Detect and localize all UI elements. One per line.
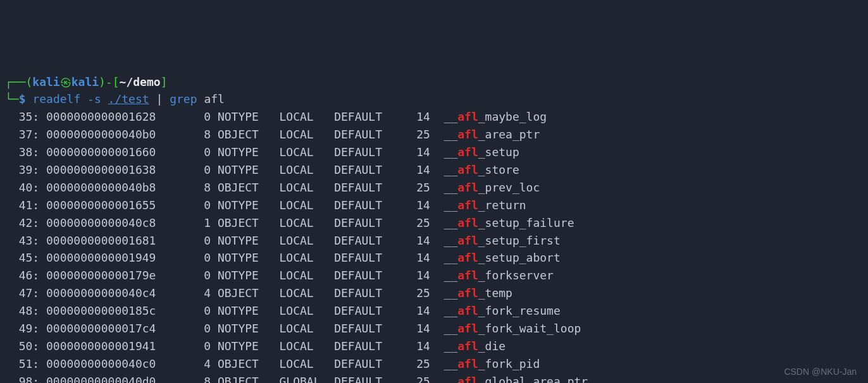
col-type: OBJECT bbox=[218, 179, 273, 197]
col-ndx: 25 bbox=[396, 355, 430, 373]
col-vis: DEFAULT bbox=[334, 232, 396, 250]
sym-suffix: _global_area_ptr bbox=[478, 375, 588, 383]
col-num: 37: bbox=[5, 126, 39, 143]
sym-suffix: _fork_resume bbox=[478, 304, 561, 317]
sym-suffix: _setup bbox=[478, 145, 519, 159]
col-addr: 00000000000040c4 bbox=[46, 284, 170, 302]
col-type: OBJECT bbox=[218, 126, 273, 143]
col-addr: 00000000000040d0 bbox=[46, 373, 170, 383]
col-bind: LOCAL bbox=[279, 232, 334, 250]
col-addr: 00000000000017c4 bbox=[46, 320, 170, 337]
col-ndx: 25 bbox=[396, 214, 430, 232]
sym-suffix: _setup_abort bbox=[478, 251, 561, 264]
col-bind: LOCAL bbox=[279, 249, 334, 267]
col-ndx: 14 bbox=[396, 108, 430, 126]
cmd-readelf: readelf bbox=[32, 92, 80, 106]
sym-suffix: _fork_wait_loop bbox=[478, 322, 581, 335]
col-num: 42: bbox=[5, 214, 39, 232]
col-bind: LOCAL bbox=[279, 214, 334, 232]
col-num: 51: bbox=[5, 355, 39, 373]
col-type: OBJECT bbox=[218, 284, 273, 302]
col-addr: 00000000000040c0 bbox=[46, 355, 170, 373]
grep-match: afl bbox=[457, 304, 478, 317]
sym-prefix: __ bbox=[444, 128, 458, 141]
grep-match: afl bbox=[457, 145, 478, 159]
col-size: 0 bbox=[170, 143, 211, 161]
watermark: CSDN @NKU-Jan bbox=[784, 365, 857, 379]
output-row: 49: 00000000000017c40 NOTYPE LOCALDEFAUL… bbox=[5, 320, 863, 337]
col-bind: LOCAL bbox=[279, 179, 334, 197]
prompt-rparen: )-[ bbox=[99, 75, 120, 88]
col-size: 0 bbox=[170, 108, 211, 126]
col-addr: 0000000000001660 bbox=[46, 143, 170, 161]
grep-match: afl bbox=[457, 251, 478, 264]
output-row: 48: 000000000000185c0 NOTYPE LOCALDEFAUL… bbox=[5, 302, 863, 320]
col-num: 43: bbox=[5, 232, 39, 250]
col-vis: DEFAULT bbox=[334, 302, 396, 320]
col-bind: LOCAL bbox=[279, 267, 334, 284]
col-ndx: 14 bbox=[396, 267, 430, 284]
col-addr: 00000000000040b0 bbox=[46, 126, 170, 143]
col-type: OBJECT bbox=[218, 355, 273, 373]
prompt-tilde: ~ bbox=[120, 75, 127, 88]
col-size: 1 bbox=[170, 214, 211, 232]
sym-prefix: __ bbox=[444, 322, 458, 335]
sym-prefix: __ bbox=[444, 181, 458, 194]
sym-prefix: __ bbox=[444, 286, 458, 300]
sym-suffix: _return bbox=[478, 198, 526, 212]
col-vis: DEFAULT bbox=[334, 126, 396, 143]
col-type: NOTYPE bbox=[218, 143, 273, 161]
output-row: 51: 00000000000040c04 OBJECT LOCALDEFAUL… bbox=[5, 355, 863, 373]
sym-prefix: __ bbox=[444, 339, 458, 353]
grep-match: afl bbox=[457, 375, 478, 383]
prompt-line-1: ┌──(kali㉿kali)-[~/demo] bbox=[5, 73, 863, 91]
grep-match: afl bbox=[457, 110, 478, 123]
col-ndx: 14 bbox=[396, 320, 430, 337]
prompt-user: kali bbox=[32, 75, 59, 88]
cmd-opt: -s bbox=[87, 92, 101, 106]
col-num: 46: bbox=[5, 267, 39, 284]
grep-match: afl bbox=[457, 163, 478, 176]
sym-prefix: __ bbox=[444, 110, 458, 123]
prompt-line-2[interactable]: └─$ readelf -s ./test | grep afl bbox=[5, 90, 863, 108]
col-size: 0 bbox=[170, 320, 211, 337]
col-num: 47: bbox=[5, 284, 39, 302]
grep-match: afl bbox=[457, 216, 478, 229]
output-row: 45: 00000000000019490 NOTYPE LOCALDEFAUL… bbox=[5, 249, 863, 267]
col-size: 8 bbox=[170, 126, 211, 143]
sym-suffix: _setup_first bbox=[478, 234, 561, 247]
col-type: NOTYPE bbox=[218, 197, 273, 214]
sym-prefix: __ bbox=[444, 269, 458, 282]
terminal-window[interactable]: ┌──(kali㉿kali)-[~/demo]└─$ readelf -s ./… bbox=[5, 73, 863, 383]
col-bind: GLOBAL bbox=[279, 373, 334, 383]
col-num: 98: bbox=[5, 373, 39, 383]
output-row: 42: 00000000000040c81 OBJECT LOCALDEFAUL… bbox=[5, 214, 863, 232]
sym-suffix: _setup_failure bbox=[478, 216, 574, 229]
output-row: 41: 00000000000016550 NOTYPE LOCALDEFAUL… bbox=[5, 197, 863, 214]
col-addr: 000000000000179e bbox=[46, 267, 170, 284]
col-size: 0 bbox=[170, 197, 211, 214]
col-num: 39: bbox=[5, 161, 39, 179]
grep-match: afl bbox=[457, 357, 478, 370]
col-size: 0 bbox=[170, 302, 211, 320]
col-addr: 0000000000001681 bbox=[46, 232, 170, 250]
sym-suffix: _store bbox=[478, 163, 519, 176]
output-row: 46: 000000000000179e0 NOTYPE LOCALDEFAUL… bbox=[5, 267, 863, 284]
col-bind: LOCAL bbox=[279, 161, 334, 179]
output-row: 38: 00000000000016600 NOTYPE LOCALDEFAUL… bbox=[5, 143, 863, 161]
col-size: 8 bbox=[170, 179, 211, 197]
prompt-dir: demo bbox=[133, 75, 160, 88]
col-num: 48: bbox=[5, 302, 39, 320]
col-vis: DEFAULT bbox=[334, 320, 396, 337]
col-ndx: 14 bbox=[396, 302, 430, 320]
col-ndx: 25 bbox=[396, 179, 430, 197]
skull-icon: ㉿ bbox=[60, 75, 71, 88]
col-num: 35: bbox=[5, 108, 39, 126]
col-bind: LOCAL bbox=[279, 143, 334, 161]
col-bind: LOCAL bbox=[279, 337, 334, 355]
sym-prefix: __ bbox=[444, 375, 458, 383]
col-type: NOTYPE bbox=[218, 249, 273, 267]
prompt-host: kali bbox=[71, 75, 99, 88]
col-type: NOTYPE bbox=[218, 320, 273, 337]
col-addr: 0000000000001628 bbox=[46, 108, 170, 126]
